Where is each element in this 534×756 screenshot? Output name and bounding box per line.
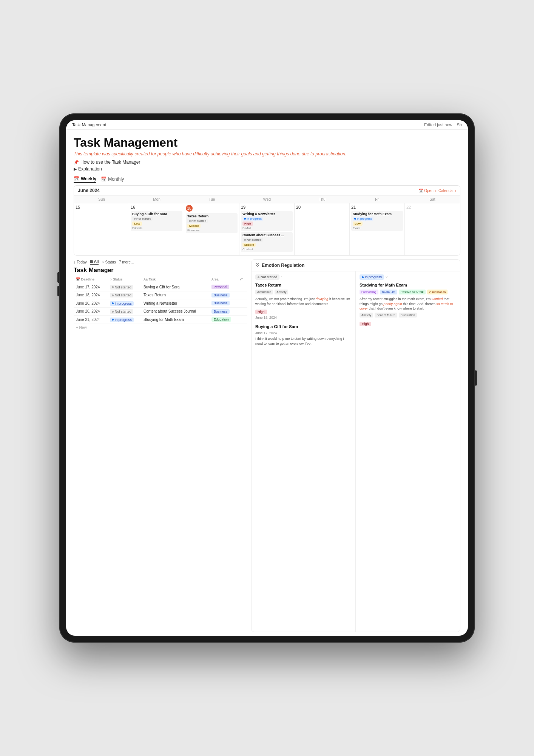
explanation-label: Explanation [78,166,102,172]
cal-cell-mon: 16 Buying a Gift for Sara Not started Lo… [129,203,184,255]
cell-task: Writing a Newsletter [141,299,209,308]
toggle-how-to[interactable]: 📌 How to use the Task Manager [74,160,460,165]
cell-extra [238,307,247,316]
filter-more[interactable]: 7 more... [119,260,134,264]
status-not-started-content: Not started [242,238,263,242]
task-manager-title: Task Manager [74,267,247,274]
task-table: 📅 Deadline ○ Status Aa Task Area 🏷 June … [74,276,247,324]
toggle-explanation[interactable]: ▶ Explanation [74,166,460,172]
table-row[interactable]: June 21, 2024 In progress Studying for M… [74,316,247,324]
tag-visualization: Visualization [427,290,448,294]
calendar-header: June 2024 📅 Open in Calendar › [74,186,460,196]
sara-gift-date: June 17, 2024 [255,331,352,335]
cell-status: Not started [108,291,141,299]
tag-frustration: Frustration [399,313,417,318]
new-task-button[interactable]: + New [74,324,247,331]
cell-area: Business [209,291,238,299]
filter-all[interactable]: ⊞ All [90,259,99,265]
priority-low-sara: Low [132,222,142,226]
day-wed: Wed [239,196,295,203]
sara-gift-title: Buying a Gift for Sara [255,324,352,329]
math-tags: Freewriting To-Do List Positive Self-Tal… [360,290,456,294]
cal-cell-tue: 18 Taxes Return Not started Middle Finan… [184,203,239,255]
cell-task: Buying a Gift for Sara [141,283,209,291]
tab-weekly[interactable]: 📅 Weekly [74,176,96,183]
cell-extra [238,299,247,308]
cell-extra [238,283,247,291]
status-inprog-math: In progress [353,217,373,221]
cal-task-math[interactable]: Studying for Math Exam In progress Low E… [351,211,403,231]
cell-deadline: June 18, 2024 [74,291,108,299]
table-row[interactable]: June 20, 2024 In progress Writing a News… [74,299,247,308]
cal-task-taxes[interactable]: Taxes Return Not started Middle Finances [186,213,238,233]
taxes-body: Actually, I'm not procrastinating. I'm j… [255,297,352,306]
cal-cell-fri: 21 Studying for Math Exam In progress Lo… [350,203,405,255]
cal-task-newsletter[interactable]: Writing a Newsletter In progress High E-… [241,211,293,231]
calendar-icon: 📅 [418,189,423,193]
cell-area: Personal [209,283,238,291]
emotion-body: Not started 1 Taxes Return Avoidance Anx… [252,271,460,632]
cell-status: Not started [108,307,141,316]
arrow-down-icon: ↓ [74,260,76,264]
calendar-month: June 2024 [78,188,100,193]
cell-extra [238,316,247,324]
status-not-started-taxes: Not started [187,219,208,223]
emotion-header: ♡ Emotion Regulation [252,260,460,271]
tag-todolist: To-Do List [380,290,397,294]
cal-task-sara[interactable]: Buying a Gift for Sara Not started Low F… [131,211,182,231]
grid-icon: ⊞ [90,259,93,263]
taxes-priority: High [255,310,267,314]
cal-cell-sat: 22 [405,203,460,255]
status-not-started-sara: Not started [132,217,153,221]
tablet-frame: Task Management Edited just now Sh Task … [59,113,475,643]
col-deadline[interactable]: 📅 Deadline [74,276,108,283]
col-tags[interactable]: 🏷 [238,276,247,283]
cell-status: In progress [108,299,141,308]
heart-icon: ♡ [255,263,259,268]
day-sun: Sun [74,196,129,203]
tag-emotion-anxiety: Anxiety [360,313,373,318]
open-calendar-button[interactable]: 📅 Open in Calendar › [418,189,456,193]
task-table-section: ↓ Today ⊞ All ○ Status 7 more... [74,259,247,632]
not-started-badge: Not started [255,274,279,280]
view-tabs: 📅 Weekly 📅 Monthly [74,176,460,183]
col-task[interactable]: Aa Task [141,276,209,283]
table-row[interactable]: June 17, 2024 Not started Buying a Gift … [74,283,247,291]
col-area[interactable]: Area [209,276,238,283]
cell-extra [238,291,247,299]
priority-low-math: Low [353,222,363,226]
tag-anxiety: Anxiety [275,290,288,294]
priority-middle-content: Middle [242,243,256,247]
day-fri: Fri [350,196,405,203]
table-row[interactable]: June 20, 2024 Not started Content about … [74,307,247,316]
cell-deadline: June 21, 2024 [74,316,108,324]
emotion-col-in-progress: In progress 2 Studying for Math Exam Fre… [356,271,460,632]
calendar-section: June 2024 📅 Open in Calendar › Sun Mon T… [74,185,460,256]
in-progress-header: In progress 2 [360,274,456,280]
tag-avoidance: Avoidance [255,290,273,294]
not-started-header: Not started 1 [255,274,352,280]
chevron-right-icon: ▶ [74,167,77,172]
cal-cell-thu: 20 [295,203,350,255]
calendar-icon-weekly: 📅 [74,176,79,181]
tablet-screen: Task Management Edited just now Sh Task … [66,120,468,636]
cell-deadline: June 20, 2024 [74,307,108,316]
in-progress-badge: In progress [360,274,384,280]
cell-task: Content about Success Journal [141,307,209,316]
cell-deadline: June 20, 2024 [74,299,108,308]
cal-task-content[interactable]: Content about Success ... Not started Mi… [241,232,293,252]
calendar-icon-monthly: 📅 [101,177,106,182]
page-subtitle: This template was specifically created f… [74,151,460,156]
table-row[interactable]: June 18, 2024 Not started Taxes Return B… [74,291,247,299]
tab-monthly[interactable]: 📅 Monthly [101,177,124,183]
cal-cell-sun: 15 [74,203,129,255]
share-button[interactable]: Sh [457,122,462,127]
filter-status[interactable]: ○ Status [102,260,116,264]
filter-today[interactable]: ↓ Today [74,260,87,264]
bookmark-icon: 📌 [74,160,79,165]
math-body: After my recent struggles in the math ex… [360,297,456,311]
math-emotion-tags: Anxiety Fear of failure Frustration [360,313,456,318]
col-status[interactable]: ○ Status [108,276,141,283]
day-thu: Thu [295,196,350,203]
chevron-right-small: › [455,189,456,193]
